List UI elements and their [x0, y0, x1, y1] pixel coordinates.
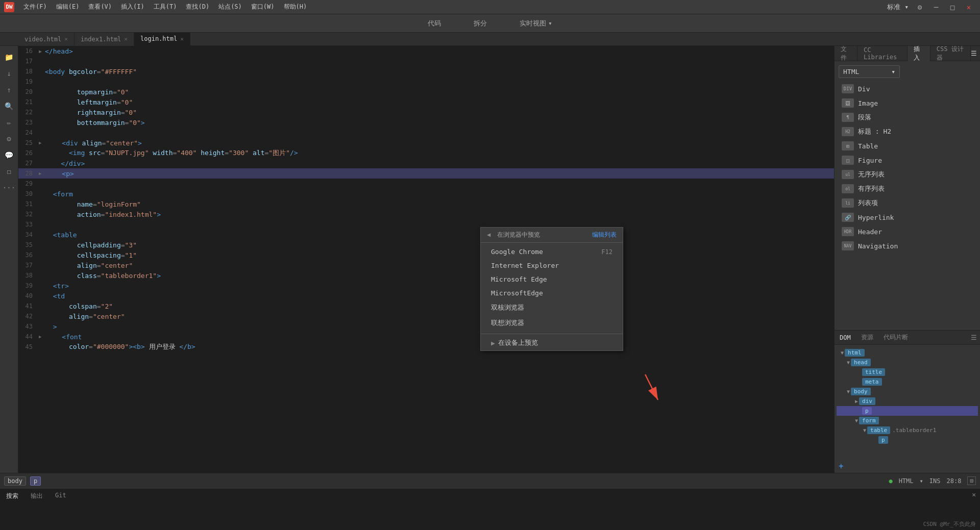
html-dropdown[interactable]: HTML ▾ [839, 65, 900, 78]
browser-ie[interactable]: Internet Explorer [481, 259, 623, 272]
browser-dual[interactable]: 双核浏览器 [481, 300, 623, 315]
sidebar-icon-upload[interactable]: ↑ [2, 83, 16, 97]
menu-help[interactable]: 帮助(H) [280, 1, 311, 13]
tab-login-close[interactable]: ✕ [180, 36, 184, 42]
dom-title[interactable]: title [837, 367, 978, 377]
status-dropdown-icon[interactable]: ▾ [920, 477, 923, 485]
code-editor[interactable]: 16 ▶ </head> 17 18 <body bgcolor="#FFFFF… [18, 46, 834, 473]
maximize-btn[interactable]: □ [945, 2, 960, 12]
dom-p-selected[interactable]: p [837, 406, 978, 416]
line-38: 38 class="tableborder1"> [18, 270, 834, 281]
sidebar-icon-inspect[interactable]: ⚙ [2, 132, 16, 146]
body-expand-arrow[interactable]: ▼ [847, 389, 850, 394]
status-body-tag[interactable]: body [4, 476, 26, 486]
minimize-btn[interactable]: ─ [929, 2, 943, 12]
menu-window[interactable]: 窗口(W) [247, 1, 279, 13]
watermark: CSDN @Mr_不负此身 [923, 520, 976, 528]
bottom-tab-output[interactable]: 输出 [29, 491, 45, 501]
device-preview-item[interactable]: ▶ 在设备上预览 [481, 335, 623, 350]
right-tab-css[interactable]: CSS 设计器 [930, 46, 971, 61]
menu-view[interactable]: 查看(V) [84, 1, 116, 13]
sidebar-icon-brush[interactable]: ✏ [2, 115, 16, 130]
panel-options[interactable]: ☰ [971, 49, 980, 57]
close-btn[interactable]: ✕ [962, 2, 976, 12]
dom-head[interactable]: ▼ head [837, 358, 978, 367]
status-p-tag[interactable]: p [30, 476, 41, 486]
right-tab-files[interactable]: 文件 [835, 46, 857, 61]
dom-panel-options[interactable]: ☰ [971, 334, 980, 341]
sidebar-icon-comments[interactable]: 💬 [2, 148, 16, 162]
insert-figure[interactable]: ◫ Figure [839, 154, 976, 167]
dom-div[interactable]: ▶ div [837, 396, 978, 406]
insert-image[interactable]: 🖼 Image [839, 96, 976, 110]
line-37: 37 align="center" [18, 260, 834, 270]
menu-tools[interactable]: 工具(T) [150, 1, 181, 13]
insert-navigation[interactable]: NAV Navigation [839, 239, 976, 253]
bottom-tab-search[interactable]: 搜索 [4, 491, 20, 501]
div-expand-arrow[interactable]: ▶ [855, 398, 858, 404]
dom-tab-dom[interactable]: DOM [835, 331, 856, 345]
tab-index1-close[interactable]: ✕ [124, 36, 128, 42]
dom-p-inner[interactable]: p [837, 435, 978, 445]
sidebar-icon-more[interactable]: ··· [2, 181, 16, 195]
line-42: 42 align="center" [18, 311, 834, 321]
right-tab-insert[interactable]: 插入 [908, 46, 930, 61]
menu-edit[interactable]: 编辑(E) [52, 1, 84, 13]
live-view-btn[interactable]: 实时视图 ▾ [513, 17, 558, 30]
dom-table[interactable]: ▼ table .tableborder1 [837, 425, 978, 435]
edit-list-link[interactable]: 编辑列表 [592, 231, 617, 239]
status-format-btn[interactable]: ⊡ [967, 476, 976, 485]
menu-right: 标准 ▾ ⚙ ─ □ ✕ [887, 2, 976, 12]
heading-icon: H2 [842, 127, 854, 136]
split-btn[interactable]: 拆分 [468, 17, 493, 30]
dom-form[interactable]: ▼ form [837, 416, 978, 425]
sidebar-icon-snippets[interactable]: ◻ [2, 164, 16, 179]
tab-login[interactable]: login.html ✕ [134, 33, 190, 46]
settings-btn[interactable]: ⚙ [913, 2, 927, 12]
sidebar-icon-files[interactable]: 📁 [2, 50, 16, 64]
browser-edge[interactable]: Microsoft Edge [481, 272, 623, 286]
insert-paragraph[interactable]: ¶ 段落 [839, 111, 976, 124]
insert-hyperlink[interactable]: 🔗 Hyperlink [839, 211, 976, 224]
menu-site[interactable]: 站点(S) [214, 1, 246, 13]
p-tag-selected: p [862, 407, 872, 415]
status-language[interactable]: HTML [899, 477, 914, 485]
insert-header[interactable]: HDR Header [839, 225, 976, 238]
tab-video[interactable]: video.html ✕ [18, 33, 75, 46]
insert-ol[interactable]: ol 有序列表 [839, 182, 976, 195]
dom-tab-resources[interactable]: 资源 [856, 331, 878, 345]
html-expand-arrow[interactable]: ▼ [841, 350, 844, 356]
workspace-dropdown-icon[interactable]: ▾ [904, 3, 909, 11]
insert-ul[interactable]: ul 无序列表 [839, 168, 976, 181]
dom-add-btn[interactable]: + [839, 461, 844, 471]
line-28: 28 ▶ <p> [18, 168, 834, 179]
bottom-panel-close[interactable]: ✕ [972, 491, 976, 501]
dom-tab-snippets[interactable]: 代码片断 [878, 331, 913, 345]
code-btn[interactable]: 代码 [422, 17, 447, 30]
right-tab-cc[interactable]: CC Libraries [857, 46, 908, 61]
insert-heading[interactable]: H2 标题 : H2 [839, 125, 976, 138]
menu-file[interactable]: 文件(F) [19, 1, 51, 13]
insert-div[interactable]: DIV Div [839, 82, 976, 95]
form-tag: form [859, 417, 879, 424]
insert-table[interactable]: ⊞ Table [839, 139, 976, 153]
form-expand-arrow[interactable]: ▼ [855, 418, 858, 423]
table-expand-arrow[interactable]: ▼ [863, 427, 866, 433]
browser-msedge[interactable]: MicrosoftEdge [481, 286, 623, 300]
menu-insert[interactable]: 插入(I) [117, 1, 149, 13]
menu-find[interactable]: 查找(D) [182, 1, 213, 13]
sidebar-icon-git[interactable]: ↓ [2, 66, 16, 81]
browser-lenovo[interactable]: 联想浏览器 [481, 315, 623, 331]
insert-li[interactable]: li 列表项 [839, 196, 976, 210]
line-30: 30 <form [18, 189, 834, 199]
bottom-tab-git[interactable]: Git [53, 491, 68, 501]
browser-chrome[interactable]: Google Chrome F12 [481, 245, 623, 259]
tab-video-close[interactable]: ✕ [64, 36, 68, 42]
sidebar-icon-search[interactable]: 🔍 [2, 99, 16, 113]
menu-bar: DW 文件(F) 编辑(E) 查看(V) 插入(I) 工具(T) 查找(D) 站… [0, 0, 980, 14]
dom-meta[interactable]: meta [837, 377, 978, 387]
tab-index1[interactable]: index1.html ✕ [75, 33, 134, 46]
head-expand-arrow[interactable]: ▼ [847, 360, 850, 365]
dom-body[interactable]: ▼ body [837, 387, 978, 396]
dom-html[interactable]: ▼ html [837, 348, 978, 358]
